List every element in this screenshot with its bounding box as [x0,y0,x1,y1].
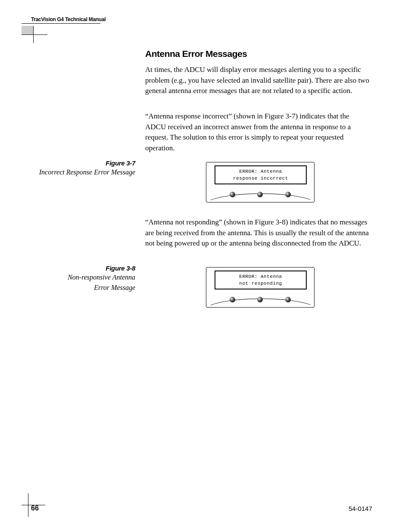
lcd-device-figure-3-7: ERROR: Antenna response incorrect [206,162,314,202]
section-heading: Antenna Error Messages [145,49,247,59]
lcd-screen: ERROR: Antenna response incorrect [215,165,307,184]
paragraph-not-responding: “Antenna not responding” (shown in Figur… [145,217,369,249]
lcd-device-figure-3-8: ERROR: Antenna not responding [206,267,314,308]
lcd-button-left [230,297,235,302]
lcd-button-left [230,192,235,197]
figure-3-8-caption-line1: Non-responsive Antenna [68,273,135,282]
figure-3-7-label: Figure 3-7 Incorrect Response Error Mess… [39,159,135,177]
document-number: 54-0147 [349,505,372,512]
lcd-button-center [257,192,263,197]
figure-3-8-label: Figure 3-8 Non-responsive Antenna Error … [68,264,135,293]
lcd-line-1: ERROR: Antenna [239,273,282,280]
page-number: 66 [31,504,39,512]
lcd-button-center [257,297,263,302]
lcd-screen: ERROR: Antenna not responding [215,271,307,289]
lcd-button-right [285,192,291,197]
lcd-line-1: ERROR: Antenna [239,168,282,175]
header-title: TracVision G4 Technical Manual [31,16,106,22]
lcd-buttons [206,192,314,197]
lcd-line-2: not responding [239,280,282,287]
header-underline [22,23,100,24]
lcd-line-2: response incorrect [233,175,288,182]
paragraph-incorrect-response: “Antenna response incorrect” (shown in F… [145,111,369,154]
paragraph-intro: At times, the ADCU will display error me… [145,65,369,96]
header-crosshair-decoration [22,26,45,50]
figure-3-8-number: Figure 3-8 [68,264,135,272]
figure-3-7-number: Figure 3-7 [39,159,135,167]
figure-3-8-caption-line2: Error Message [68,283,135,292]
lcd-buttons [206,297,314,302]
figure-3-7-caption: Incorrect Response Error Message [39,168,135,177]
lcd-button-right [285,297,291,302]
